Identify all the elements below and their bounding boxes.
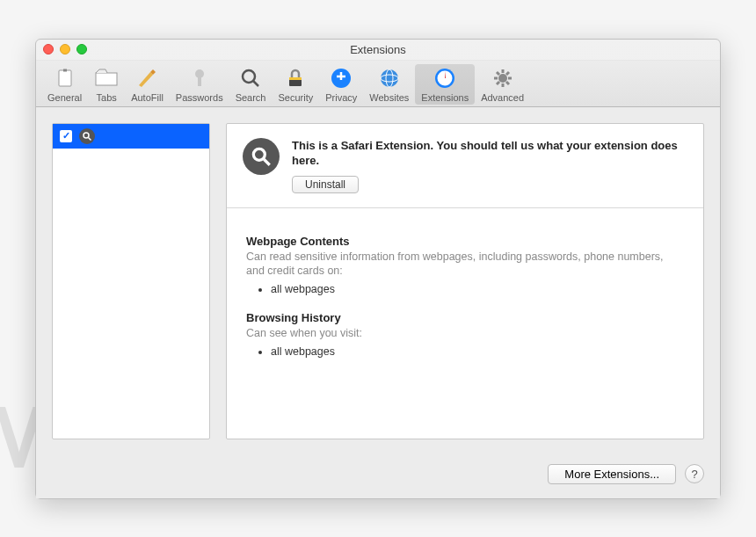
svg-line-22 — [497, 82, 499, 84]
tab-label: Passwords — [176, 92, 223, 103]
tab-websites[interactable]: Websites — [363, 64, 415, 105]
websites-icon — [377, 66, 402, 91]
svg-point-15 — [498, 74, 507, 83]
extension-header: This is a Safari Extension. You should t… — [227, 124, 703, 208]
svg-line-25 — [89, 137, 91, 140]
tab-label: Websites — [369, 92, 409, 103]
help-button[interactable]: ? — [685, 464, 704, 483]
tab-privacy[interactable]: Privacy — [319, 64, 363, 105]
svg-point-5 — [243, 70, 255, 83]
security-icon — [283, 66, 308, 91]
permission-title: Webpage Contents — [246, 235, 684, 248]
tab-security[interactable]: Security — [272, 64, 319, 105]
extension-search-icon — [79, 128, 95, 144]
extensions-icon — [433, 66, 457, 91]
permission-title: Browsing History — [246, 311, 684, 324]
advanced-icon — [491, 66, 515, 91]
tabs-icon — [94, 66, 119, 91]
uninstall-button[interactable]: Uninstall — [292, 176, 359, 193]
tab-general[interactable]: General — [41, 64, 88, 105]
svg-rect-2 — [96, 73, 117, 85]
permission-item: all webpages — [271, 345, 684, 358]
privacy-icon — [329, 66, 353, 91]
permission-list: all webpages — [271, 283, 684, 295]
tab-advanced[interactable]: Advanced — [475, 64, 530, 105]
svg-line-6 — [253, 81, 258, 86]
footer: More Extensions... ? — [36, 455, 720, 498]
tab-search[interactable]: Search — [229, 64, 273, 105]
content-area: ✓ This is a Safari Extension. You should… — [36, 107, 720, 455]
tab-label: Security — [278, 92, 313, 103]
tab-label: Tabs — [97, 92, 117, 103]
tab-extensions[interactable]: Extensions — [415, 64, 475, 105]
svg-line-21 — [506, 82, 509, 84]
extension-detail-panel: This is a Safari Extension. You should t… — [226, 123, 704, 439]
tab-label: Search — [236, 92, 266, 103]
permission-description: Can see when you visit: — [246, 326, 684, 340]
window-title: Extensions — [36, 43, 720, 56]
permission-list: all webpages — [271, 345, 684, 358]
permissions-section: Webpage Contents Can read sensitive info… — [227, 208, 703, 390]
svg-point-24 — [84, 133, 89, 138]
extension-enabled-checkbox[interactable]: ✓ — [60, 130, 72, 142]
tab-tabs[interactable]: Tabs — [88, 64, 125, 105]
extension-large-icon — [243, 138, 280, 175]
autofill-icon — [134, 66, 159, 91]
extension-description: This is a Safari Extension. You should t… — [292, 138, 687, 169]
permission-description: Can read sensitive information from webp… — [246, 250, 684, 279]
svg-line-27 — [264, 159, 270, 165]
svg-point-26 — [253, 149, 265, 160]
tab-label: AutoFill — [131, 92, 164, 103]
tab-label: Extensions — [421, 92, 469, 103]
svg-point-10 — [381, 69, 398, 87]
general-icon — [53, 66, 77, 91]
svg-rect-0 — [59, 70, 71, 86]
svg-rect-4 — [198, 76, 201, 86]
titlebar: Extensions — [36, 40, 720, 61]
extensions-sidebar: ✓ — [52, 123, 210, 439]
preferences-window: Extensions General Tabs AutoFill Passwor… — [35, 39, 721, 499]
preferences-toolbar: General Tabs AutoFill Passwords Search — [36, 61, 720, 107]
svg-line-23 — [506, 72, 509, 75]
tab-label: Privacy — [325, 92, 357, 103]
extension-list-item[interactable]: ✓ — [53, 124, 209, 149]
search-icon — [238, 66, 263, 91]
permission-item: all webpages — [271, 283, 684, 295]
tab-autofill[interactable]: AutoFill — [125, 64, 170, 105]
passwords-icon — [187, 66, 212, 91]
tab-label: Advanced — [481, 92, 524, 103]
svg-rect-8 — [289, 77, 302, 80]
tab-passwords[interactable]: Passwords — [170, 64, 229, 105]
svg-rect-1 — [63, 69, 67, 71]
tab-label: General — [47, 92, 82, 103]
svg-line-20 — [497, 72, 499, 75]
more-extensions-button[interactable]: More Extensions... — [548, 464, 676, 484]
